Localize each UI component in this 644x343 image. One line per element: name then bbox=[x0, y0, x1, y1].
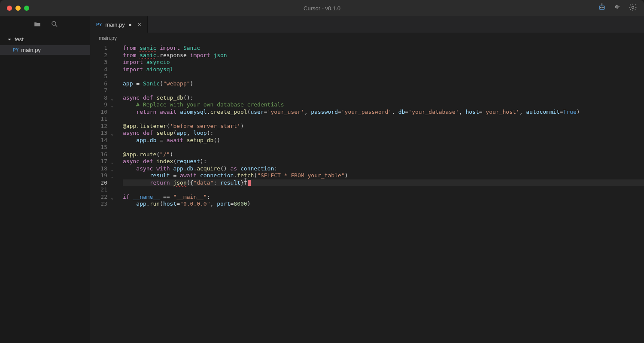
gear-icon[interactable] bbox=[629, 3, 637, 13]
titlebar-actions bbox=[598, 3, 637, 13]
svg-point-5 bbox=[632, 6, 634, 9]
editor: PY main.py ● × main.py 12345678⌄9⌄101112… bbox=[90, 16, 644, 343]
tab-dirty-indicator: ● bbox=[128, 21, 132, 28]
breadcrumb[interactable]: main.py bbox=[90, 33, 644, 44]
sidebar-top-icons bbox=[0, 16, 90, 33]
app-window: Cursor - v0.1.0 bbox=[0, 0, 644, 343]
tabs-bar: PY main.py ● × bbox=[90, 16, 644, 33]
svg-point-6 bbox=[52, 21, 56, 25]
file-badge: PY bbox=[13, 48, 18, 52]
minimize-window-button[interactable] bbox=[15, 6, 21, 11]
code-area[interactable]: 12345678⌄9⌄10111213⌄14151617⌄18⌄19⌄20212… bbox=[90, 44, 644, 343]
tab-main-py[interactable]: PY main.py ● × bbox=[90, 16, 148, 33]
body: test PY main.py PY main.py ● × main.py 1… bbox=[0, 16, 644, 343]
close-icon[interactable]: × bbox=[138, 21, 141, 28]
files-icon[interactable] bbox=[33, 20, 41, 30]
svg-point-1 bbox=[601, 7, 601, 8]
svg-point-4 bbox=[601, 4, 602, 5]
file-item-main-py[interactable]: PY main.py bbox=[0, 45, 90, 55]
window-title: Cursor - v0.1.0 bbox=[304, 5, 340, 12]
tab-badge: PY bbox=[96, 22, 102, 27]
wave-icon[interactable] bbox=[613, 3, 622, 13]
code-content[interactable]: ⌶ from sanic import Sanicfrom sanic.resp… bbox=[115, 45, 644, 343]
search-icon[interactable] bbox=[51, 20, 58, 30]
sidebar: test PY main.py bbox=[0, 16, 90, 343]
close-window-button[interactable] bbox=[7, 6, 12, 11]
maximize-window-button[interactable] bbox=[24, 6, 29, 11]
titlebar: Cursor - v0.1.0 bbox=[0, 0, 644, 16]
chevron-down-icon bbox=[7, 37, 12, 42]
svg-line-7 bbox=[55, 25, 57, 27]
folder-header[interactable]: test bbox=[0, 33, 90, 45]
tab-label: main.py bbox=[105, 21, 125, 28]
line-gutter: 12345678⌄9⌄10111213⌄14151617⌄18⌄19⌄20212… bbox=[90, 45, 115, 343]
robot-icon[interactable] bbox=[598, 3, 606, 13]
folder-name: test bbox=[15, 36, 24, 42]
window-controls bbox=[7, 6, 29, 11]
svg-point-2 bbox=[603, 7, 604, 8]
file-name: main.py bbox=[21, 47, 41, 53]
